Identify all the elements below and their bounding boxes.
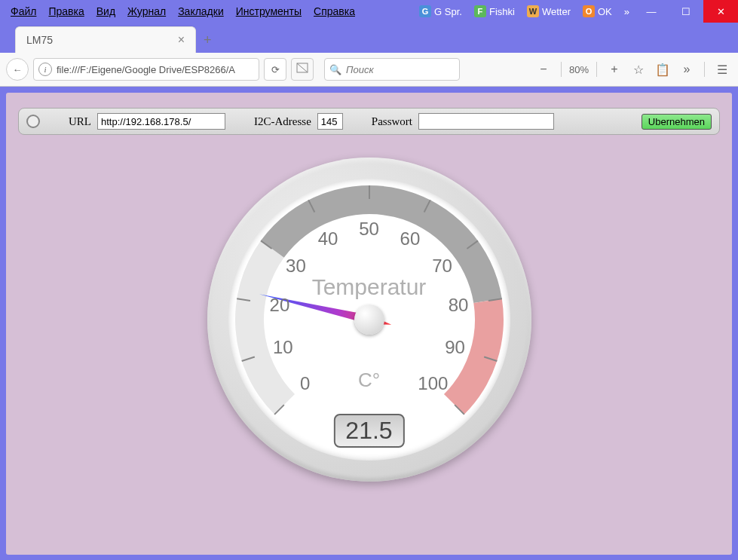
reader-icon: [296, 62, 308, 77]
reader-button[interactable]: [291, 58, 314, 81]
navigation-toolbar: ← i file:///F:/Eigene/Google Drive/ESP82…: [0, 53, 738, 86]
temperature-gauge: Temperatur C° 21.5 010203040506070809010…: [207, 158, 531, 482]
gauge-container: Temperatur C° 21.5 010203040506070809010…: [18, 158, 720, 482]
addr-input[interactable]: [317, 113, 343, 130]
menu-help[interactable]: Справка: [309, 4, 360, 19]
bookmark-icon: F: [474, 5, 486, 17]
status-led: [26, 115, 40, 128]
addr-label: I2C-Adresse: [254, 115, 311, 128]
bookmark-gspr[interactable]: GG Spr.: [415, 4, 467, 19]
bookmark-overflow[interactable]: »: [620, 5, 634, 19]
search-input[interactable]: [346, 64, 455, 75]
url-bar[interactable]: i file:///F:/Eigene/Google Drive/ESP8266…: [33, 58, 259, 81]
reload-button[interactable]: ⟳: [264, 58, 286, 81]
chevron-right-icon: »: [624, 6, 629, 17]
url-input[interactable]: [97, 113, 225, 130]
window-maximize-button[interactable]: ☐: [669, 0, 703, 23]
bookmark-fishki[interactable]: FFishki: [470, 4, 519, 19]
gauge-value: 21.5: [333, 414, 404, 448]
minus-icon: −: [540, 63, 547, 76]
chevron-right-icon: »: [684, 63, 691, 76]
gauge-tick-label: 90: [445, 337, 465, 358]
back-button[interactable]: ←: [6, 58, 29, 81]
gauge-tick-label: 60: [400, 228, 421, 249]
password-label: Passwort: [372, 115, 412, 128]
bookmark-label: Fishki: [489, 6, 515, 17]
bookmark-wetter[interactable]: WWetter: [522, 4, 575, 19]
gauge-needle-cap: [354, 304, 384, 335]
menu-tools[interactable]: Инструменты: [231, 4, 306, 19]
menu-button[interactable]: ☰: [712, 60, 732, 79]
gauge-title: Temperatur: [207, 274, 531, 300]
search-icon: 🔍: [329, 64, 341, 75]
bookmark-toolbar: GG Spr. FFishki WWetter OOK »: [415, 0, 634, 23]
password-input[interactable]: [418, 113, 554, 130]
zoom-in-button[interactable]: +: [605, 60, 624, 79]
page-viewport: URL I2C-Adresse Passwort Ubernehmen: [0, 87, 738, 560]
divider: [561, 62, 562, 77]
window-titlebar: Файл Правка Вид Журнал Закладки Инструме…: [0, 0, 738, 23]
maximize-icon: ☐: [681, 6, 691, 17]
window-close-button[interactable]: ✕: [703, 0, 738, 23]
new-tab-button[interactable]: +: [196, 28, 219, 53]
site-info-icon[interactable]: i: [38, 63, 52, 76]
window-controls: — ☐ ✕: [634, 0, 738, 23]
menu-edit[interactable]: Правка: [44, 4, 88, 19]
reload-icon: ⟳: [271, 64, 280, 75]
gauge-tick-label: 30: [286, 256, 306, 277]
menu-bookmarks[interactable]: Закладки: [173, 4, 228, 19]
gauge-tick-label: 0: [300, 373, 310, 394]
search-bar[interactable]: 🔍: [324, 58, 460, 81]
menu-bar: Файл Правка Вид Журнал Закладки Инструме…: [0, 0, 415, 23]
submit-button[interactable]: Ubernehmen: [642, 114, 712, 130]
hamburger-icon: ☰: [717, 63, 727, 77]
plus-icon: +: [611, 63, 617, 76]
bookmark-label: G Spr.: [434, 6, 462, 17]
overflow-button[interactable]: »: [677, 60, 697, 79]
gauge-tick-label: 40: [318, 228, 338, 249]
menu-history[interactable]: Журнал: [123, 4, 170, 19]
gauge-tick-label: 50: [359, 219, 379, 240]
star-icon: ☆: [633, 63, 644, 77]
tab-strip: LM75 × +: [0, 23, 738, 53]
gauge-tick-label: 70: [432, 256, 452, 277]
divider: [596, 62, 597, 77]
bookmark-label: OK: [598, 6, 612, 17]
bookmark-icon: O: [583, 5, 595, 17]
gauge-tick-label: 80: [449, 295, 469, 316]
svg-line-1: [297, 63, 308, 72]
library-button[interactable]: 📋: [653, 60, 672, 79]
menu-view[interactable]: Вид: [92, 4, 120, 19]
bookmark-label: Wetter: [542, 6, 571, 17]
close-icon: ✕: [717, 6, 725, 17]
tab-close-button[interactable]: ×: [178, 33, 185, 47]
bookmark-ok[interactable]: OOK: [578, 4, 617, 19]
bookmark-icon: G: [419, 5, 431, 17]
zoom-out-button[interactable]: −: [534, 60, 553, 79]
page-body: URL I2C-Adresse Passwort Ubernehmen: [6, 93, 732, 555]
config-bar: URL I2C-Adresse Passwort Ubernehmen: [18, 108, 720, 135]
tab-title: LM75: [26, 34, 53, 46]
gauge-tick-label: 100: [418, 373, 448, 394]
url-text: file:///F:/Eigene/Google Drive/ESP8266/A: [57, 64, 235, 75]
plus-icon: +: [204, 32, 212, 47]
menu-file[interactable]: Файл: [6, 4, 41, 19]
divider: [704, 62, 705, 77]
zoom-level: 80%: [569, 64, 589, 75]
clipboard-icon: 📋: [655, 63, 670, 77]
bookmark-star-button[interactable]: ☆: [629, 60, 648, 79]
gauge-unit: C°: [207, 369, 531, 392]
minimize-icon: —: [647, 6, 657, 17]
window-minimize-button[interactable]: —: [634, 0, 669, 23]
tab-lm75[interactable]: LM75 ×: [15, 26, 196, 53]
bookmark-icon: W: [527, 5, 539, 17]
arrow-left-icon: ←: [13, 64, 23, 75]
url-label: URL: [69, 115, 91, 128]
gauge-tick-label: 10: [273, 337, 293, 358]
gauge-tick-label: 20: [270, 295, 290, 316]
